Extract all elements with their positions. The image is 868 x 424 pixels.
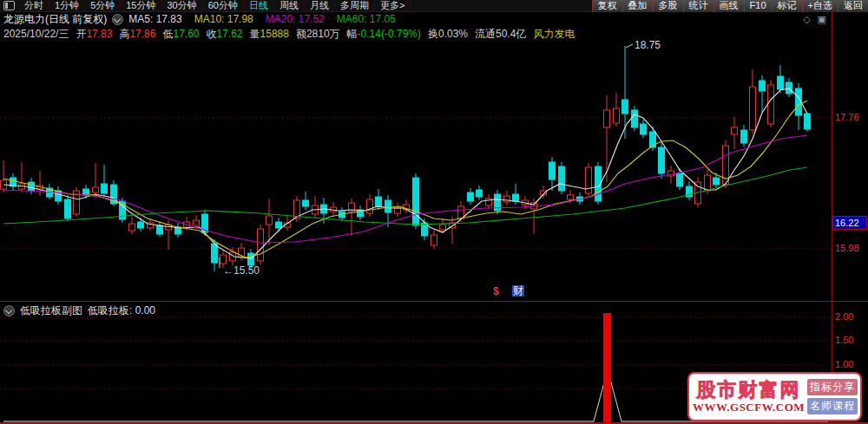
watermark-tag: 指标分享 xyxy=(807,379,858,395)
info-field-value: 17.62 xyxy=(217,28,243,40)
watermark-badge: 股市财富网 WWW.GSCFW.COM 指标分享名师课程 xyxy=(687,372,862,421)
ma-value: MA60: 17.05 xyxy=(337,13,396,25)
info-field-label: 量 xyxy=(250,28,260,40)
price-label: 16.22 xyxy=(832,216,867,230)
info-field-value: 风力发电 xyxy=(533,28,575,40)
period-tab[interactable]: 日线 xyxy=(244,0,274,12)
low-price-annotation: ←15.50 xyxy=(223,264,260,277)
panel-icon[interactable]: ▣ xyxy=(818,12,826,26)
period-toolbar: 分时1分钟5分钟15分钟30分钟60分钟日线周线月线多周期更多> 复权叠加多股统… xyxy=(0,0,868,12)
candlestick-chart[interactable] xyxy=(0,41,832,302)
watermark-url: WWW.GSCFW.COM xyxy=(692,401,806,414)
info-field-label: 高 xyxy=(119,28,129,40)
watermark-tags: 指标分享名师课程 xyxy=(807,379,858,414)
toolbar-button[interactable]: 统计 xyxy=(683,0,713,12)
info-field: 量15888 xyxy=(250,27,289,42)
info-field-label: 收 xyxy=(207,28,217,40)
toolbar-button[interactable]: 多股 xyxy=(653,0,683,12)
event-marker-dollar[interactable]: $ xyxy=(493,286,499,297)
period-tab[interactable]: 月线 xyxy=(305,0,335,12)
toolbar-button[interactable]: 复权 xyxy=(592,0,622,12)
stock-title: 龙源电力(日线 前复权) xyxy=(3,12,107,27)
watermark-text: 股市财富网 WWW.GSCFW.COM xyxy=(692,380,806,414)
quote-info-row: 2025/10/22/三 开17.83高17.86低17.60收17.62量15… xyxy=(0,27,868,41)
ma-value: MA20: 17.52 xyxy=(266,13,325,25)
quote-fields: 开17.83高17.86低17.60收17.62量15888额2810万幅-0.… xyxy=(76,27,575,42)
period-tabs: 分时1分钟5分钟15分钟30分钟60分钟日线周线月线多周期更多> xyxy=(19,0,411,12)
app-window: 分时1分钟5分钟15分钟30分钟60分钟日线周线月线多周期更多> 复权叠加多股统… xyxy=(0,0,868,424)
info-field: 开17.83 xyxy=(76,27,112,42)
info-field-label: 额 xyxy=(296,28,306,40)
toolbar-button[interactable]: F10 xyxy=(744,0,772,12)
price-label: 17.76 xyxy=(835,112,867,122)
info-field-value: 17.60 xyxy=(173,28,199,40)
period-tab[interactable]: 30分钟 xyxy=(162,0,203,12)
info-field-label: 流通 xyxy=(475,28,496,40)
toolbar-button[interactable]: 叠加 xyxy=(622,0,653,12)
chart-corner-icons: ◇▣ xyxy=(803,12,826,26)
info-field-value: 17.83 xyxy=(86,28,112,40)
info-field: 收17.62 xyxy=(207,27,243,42)
indicator-scale-label: 1.00 xyxy=(835,359,867,369)
toolbar-button[interactable]: 标记 xyxy=(772,0,802,12)
period-tab[interactable]: 1分钟 xyxy=(49,0,85,12)
info-field: 流通50.4亿 xyxy=(475,27,526,42)
info-field-label: 幅 xyxy=(347,28,358,40)
indicator-scale-label: 2.00 xyxy=(835,311,867,322)
info-field-value: 15888 xyxy=(260,28,289,40)
period-tab[interactable]: 分时 xyxy=(19,0,49,12)
info-field-label: 换 xyxy=(428,28,438,40)
date-label: 2025/10/22/三 xyxy=(3,27,69,42)
watermark-site: 股市财富网 xyxy=(692,380,806,401)
info-field: 高17.86 xyxy=(119,27,155,42)
event-marker-news[interactable]: 财 xyxy=(512,285,524,297)
info-field-value: 0.03% xyxy=(438,28,468,40)
toolbar-button[interactable]: 画线 xyxy=(713,0,744,12)
period-tab[interactable]: 多周期 xyxy=(335,0,375,12)
stock-info-row: 龙源电力(日线 前复权) MA5: 17.83MA10: 17.98MA20: … xyxy=(0,12,868,26)
info-field: 风力发电 xyxy=(533,27,575,42)
price-label: 15.98 xyxy=(835,243,867,253)
period-tab[interactable]: 周线 xyxy=(274,0,305,12)
ma-value: MA10: 17.98 xyxy=(194,13,253,25)
ma-line-ma10 xyxy=(3,101,807,258)
ma-line-ma5 xyxy=(3,88,807,258)
period-tab[interactable]: 5分钟 xyxy=(85,0,121,12)
toolbar-button[interactable]: 返回 xyxy=(838,0,868,12)
info-field-value: 2810万 xyxy=(306,28,340,40)
ma-value: MA5: 17.83 xyxy=(128,13,181,25)
info-field-label: 低 xyxy=(162,28,173,40)
diamond-icon[interactable]: ◇ xyxy=(803,12,810,26)
indicator-scale-label: 1.50 xyxy=(835,335,867,345)
ma-legend: MA5: 17.83MA10: 17.98MA20: 17.52MA60: 17… xyxy=(128,13,396,25)
toolbar-button[interactable]: +自选 xyxy=(802,0,838,12)
info-field-value: -0.14(-0.79%) xyxy=(358,28,421,40)
period-tab[interactable]: 更多> xyxy=(375,0,411,12)
info-field-value: 50.4亿 xyxy=(496,28,526,40)
toolbar-buttons: 复权叠加多股统计画线F10标记+自选返回 xyxy=(592,0,868,12)
signal-bar xyxy=(603,313,611,422)
watermark-tag: 名师课程 xyxy=(807,398,858,414)
info-field: 换0.03% xyxy=(428,27,468,42)
info-field-value: 17.86 xyxy=(129,28,155,40)
info-field: 幅-0.14(-0.79%) xyxy=(347,27,421,42)
collapse-icon[interactable] xyxy=(112,14,123,25)
info-field: 低17.60 xyxy=(162,27,199,42)
info-field-label: 开 xyxy=(76,28,86,40)
period-tab[interactable]: 60分钟 xyxy=(203,0,244,12)
high-price-annotation: 18.75 xyxy=(635,39,661,51)
window-layout-icon[interactable] xyxy=(3,1,15,10)
info-field: 额2810万 xyxy=(296,27,340,42)
period-tab[interactable]: 15分钟 xyxy=(121,0,161,12)
